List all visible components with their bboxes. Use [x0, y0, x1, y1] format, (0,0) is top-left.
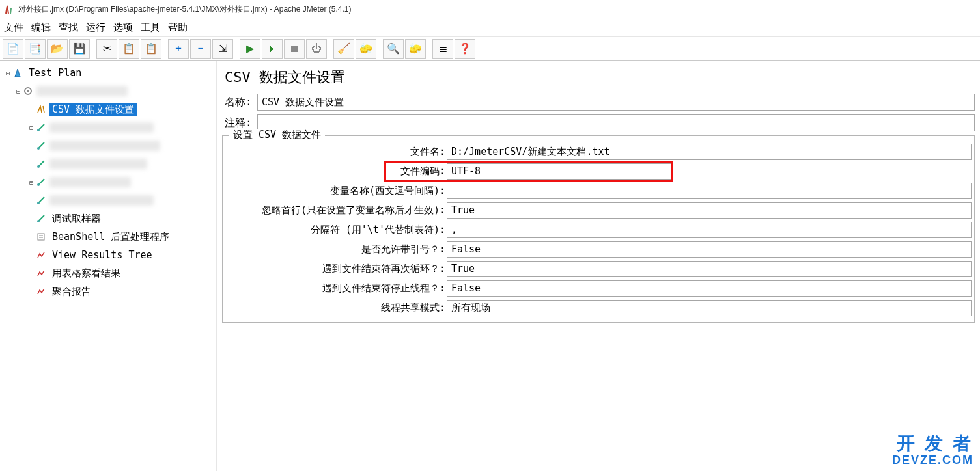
listener-icon — [35, 286, 47, 297]
share-mode-select[interactable]: 所有现场 — [447, 300, 972, 316]
tree-label: 用表格察看结果 — [49, 267, 123, 280]
varnames-input[interactable] — [447, 183, 972, 199]
thread-group-icon — [22, 85, 34, 97]
stop-button[interactable]: ⏹ — [284, 39, 305, 59]
tree-pane[interactable]: ⊟ Test Plan ⊟ CSV 数据文件设置 ⊞ — [0, 61, 216, 471]
tree-root[interactable]: ⊟ Test Plan — [0, 64, 216, 82]
recycle-label: 遇到文件结束符再次循环？: — [225, 263, 445, 275]
fieldset-legend: 设置 CSV 数据文件 — [229, 129, 325, 141]
collapse-icon[interactable]: ⊟ — [14, 88, 22, 95]
tree-label — [49, 141, 160, 151]
allow-quoted-select[interactable]: False — [447, 241, 972, 258]
delimiter-label: 分隔符 (用'\t'代替制表符): — [225, 224, 445, 236]
sampler-icon — [35, 158, 47, 170]
clear-button[interactable]: 🧹 — [333, 39, 354, 59]
add-button[interactable]: ＋ — [168, 39, 189, 59]
search-button[interactable]: 🔍 — [383, 39, 404, 59]
editor-pane: CSV 数据文件设置 名称: 注释: 设置 CSV 数据文件 文件名: D:/J… — [216, 61, 980, 471]
copy-button[interactable]: 📋 — [119, 39, 139, 59]
test-plan-icon — [12, 67, 23, 79]
tree-item[interactable]: ⊞ — [0, 118, 216, 137]
comment-input[interactable] — [257, 114, 975, 131]
tree-csv-config[interactable]: CSV 数据文件设置 — [0, 100, 216, 118]
expand-icon[interactable]: ⊞ — [27, 179, 35, 186]
watermark: 开 发 者 DevZe.CoM — [892, 434, 973, 467]
tree-item[interactable]: ⊞ — [0, 173, 216, 191]
panel-title: CSV 数据文件设置 — [222, 65, 975, 94]
filename-input[interactable]: D:/JmeterCSV/新建文本文档.txt — [447, 144, 972, 160]
stop-thread-select[interactable]: False — [447, 280, 972, 297]
menu-edit[interactable]: 编辑 — [31, 21, 51, 34]
collapse-icon[interactable]: ⊟ — [4, 70, 12, 77]
svg-point-5 — [37, 183, 40, 186]
function-helper-button[interactable]: ≣ — [432, 39, 453, 59]
paste-button[interactable]: 📋 — [141, 39, 161, 59]
tree-label: BeanShell 后置处理程序 — [49, 230, 172, 244]
tree-beanshell[interactable]: BeanShell 后置处理程序 — [0, 228, 216, 246]
svg-point-6 — [37, 202, 40, 204]
tree-label — [49, 122, 154, 133]
filename-label: 文件名: — [225, 146, 445, 158]
window-title: 对外接口.jmx (D:\Program Files\apache-jmeter… — [18, 4, 351, 15]
svg-point-2 — [37, 129, 40, 131]
tree-aggregate[interactable]: 聚合报告 — [0, 282, 216, 301]
menu-tools[interactable]: 工具 — [141, 21, 160, 34]
tree-view-results[interactable]: View Results Tree — [0, 246, 216, 264]
menu-help[interactable]: 帮助 — [168, 21, 188, 34]
start-button[interactable]: ▶ — [240, 39, 260, 59]
remove-button[interactable]: － — [190, 39, 211, 59]
tree-label: View Results Tree — [49, 249, 155, 262]
expand-icon[interactable]: ⊞ — [27, 124, 35, 131]
delimiter-input[interactable]: , — [447, 222, 972, 238]
save-button[interactable]: 💾 — [69, 39, 90, 59]
sampler-icon — [35, 213, 47, 224]
watermark-cn: 开 发 者 — [892, 434, 973, 454]
stop-thread-label: 遇到文件结束符停止线程？: — [225, 282, 445, 295]
svg-point-1 — [27, 90, 29, 92]
svg-point-3 — [37, 147, 40, 150]
shutdown-button[interactable]: ⏻ — [306, 39, 327, 59]
recycle-select[interactable]: True — [447, 261, 972, 277]
new-button[interactable]: 📄 — [3, 39, 23, 59]
postprocessor-icon — [35, 231, 47, 243]
toolbar: 📄 📑 📂 💾 ✂ 📋 📋 ＋ － ⇲ ▶ ⏵ ⏹ ⏻ 🧹 🧽 🔍 🧽 ≣ ❓ — [0, 37, 980, 61]
encoding-label: 文件编码: — [385, 165, 445, 178]
ignore-first-label: 忽略首行(只在设置了变量名称后才生效): — [225, 204, 445, 217]
listener-icon — [35, 249, 47, 261]
tree-label — [49, 177, 131, 187]
help-button[interactable]: ❓ — [455, 39, 475, 59]
varnames-label: 变量名称(西文逗号间隔): — [225, 185, 445, 197]
menu-run[interactable]: 运行 — [86, 21, 105, 34]
tree-label-selected: CSV 数据文件设置 — [49, 103, 137, 116]
start-no-pause-button[interactable]: ⏵ — [262, 39, 283, 59]
svg-point-7 — [37, 220, 40, 222]
sampler-icon — [35, 122, 47, 133]
menu-file[interactable]: 文件 — [4, 21, 23, 34]
tree-debug-sampler[interactable]: 调试取样器 — [0, 209, 216, 228]
tree-item[interactable] — [0, 155, 216, 173]
cut-button[interactable]: ✂ — [96, 39, 117, 59]
toggle-button[interactable]: ⇲ — [212, 39, 233, 59]
menu-options[interactable]: 选项 — [113, 21, 133, 34]
tree-label — [36, 86, 128, 96]
name-input[interactable] — [257, 94, 975, 111]
menu-bar: 文件 编辑 查找 运行 选项 工具 帮助 — [0, 19, 980, 37]
tree-item[interactable] — [0, 191, 216, 209]
tree-label: 聚合报告 — [49, 285, 94, 299]
clear-all-button[interactable]: 🧽 — [356, 39, 376, 59]
watermark-en: DevZe.CoM — [892, 454, 973, 467]
tree-table-results[interactable]: 用表格察看结果 — [0, 264, 216, 282]
title-bar: 对外接口.jmx (D:\Program Files\apache-jmeter… — [0, 0, 980, 19]
tree-item[interactable] — [0, 137, 216, 155]
templates-button[interactable]: 📑 — [25, 39, 46, 59]
tree-label — [49, 159, 147, 169]
tree-label — [49, 195, 154, 206]
encoding-input[interactable]: UTF-8 — [447, 163, 672, 180]
ignore-first-select[interactable]: True — [447, 202, 972, 219]
open-button[interactable]: 📂 — [47, 39, 68, 59]
reset-search-button[interactable]: 🧽 — [405, 39, 426, 59]
menu-search[interactable]: 查找 — [59, 21, 78, 34]
csv-config-fieldset: 设置 CSV 数据文件 文件名: D:/JmeterCSV/新建文本文档.txt… — [222, 135, 975, 323]
comment-label: 注释: — [222, 116, 257, 130]
tree-thread-group[interactable]: ⊟ — [0, 82, 216, 100]
